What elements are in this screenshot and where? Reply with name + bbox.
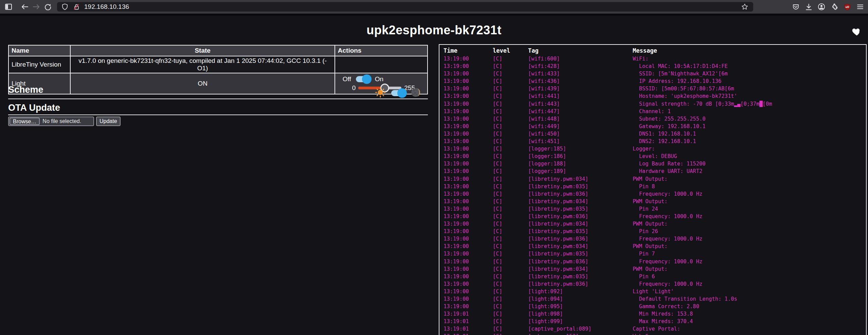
log-message: Web Server: [633,333,866,335]
log-time: 13:19:00 [444,100,493,108]
log-time: 13:19:01 [444,333,493,335]
log-message: SSID: [5m'Nighthawk_AX12'[6m [633,70,866,77]
url-text[interactable]: 192.168.10.136 [84,3,129,11]
log-row: 13:19:00[C][wifi:447] Channel: 1 [439,108,866,115]
pocket-icon[interactable] [790,2,801,12]
log-row: 13:19:01[C][captive_portal:089]Captive P… [439,325,866,333]
log-time: 13:19:00 [444,288,493,295]
log-level: [C] [493,55,528,63]
sidebar-icon[interactable] [3,2,14,12]
log-level: [C] [493,250,528,258]
toolbar-right-icons: uO [790,2,866,12]
log-time: 13:19:01 [444,318,493,325]
log-message: Local MAC: 10:5A:17:D1:D4:FE [633,63,866,70]
log-row: 13:19:00[C][light:092]Light 'Light' [439,288,866,295]
log-row: 13:19:00[C][libretiny.pwm:034]PWM Output… [439,198,866,205]
log-level: [C] [493,273,528,280]
log-row: 13:19:00[C][libretiny.pwm:036] Frequency… [439,190,866,198]
log-tag: [wifi:448] [528,115,633,123]
log-tag: [logger:189] [528,168,633,175]
log-row: 13:19:00[C][wifi:448] Subnet: 255.255.25… [439,115,866,123]
log-tag: [light:095] [528,303,633,310]
scheme-toggle[interactable] [391,90,405,96]
file-status-text: No file selected. [42,118,81,124]
browse-button[interactable]: Browse… [10,118,40,125]
col-header-state: State [70,45,334,56]
update-button[interactable]: Update [96,117,121,126]
log-time: 13:19:00 [444,295,493,303]
log-message: Pin 7 [633,250,866,258]
log-tag: [web_server:153] [528,333,633,335]
log-message: Default Transition Length: 1.0s [633,295,866,303]
browser-toolbar: 192.168.10.136 uO [0,0,868,16]
log-level: [C] [493,175,528,183]
log-row: 13:19:00[C][libretiny.pwm:035] Pin 8 [439,183,866,190]
log-level: [C] [493,198,528,205]
log-row: 13:19:00[C][wifi:428] Local MAC: 10:5A:1… [439,63,866,70]
log-time: 13:19:00 [444,108,493,115]
log-time: 13:19:00 [444,273,493,280]
log-panel[interactable]: Time level Tag Message 13:19:00[C][wifi:… [439,44,867,335]
log-time: 13:19:00 [444,115,493,123]
log-message: IP Address: 192.168.10.136 [633,77,866,85]
log-row: 13:19:01[C][light:098] Min Mireds: 153.8 [439,310,866,318]
log-message: Min Mireds: 153.8 [633,310,866,318]
log-message: Gateway: 192.168.10.1 [633,123,866,130]
log-tag: [libretiny.pwm:036] [528,280,633,288]
menu-icon[interactable] [854,2,866,12]
log-message: PWM Output: [633,198,866,205]
log-tag: [wifi:447] [528,108,633,115]
log-tag: [libretiny.pwm:035] [528,273,633,280]
log-tag: [wifi:433] [528,70,633,77]
log-tag: [libretiny.pwm:034] [528,198,633,205]
log-level: [C] [493,213,528,220]
back-icon[interactable] [19,2,31,12]
log-tag: [libretiny.pwm:036] [528,190,633,198]
log-message: Frequency: 1000.0 Hz [633,258,866,265]
log-row: 13:19:01[C][light:099] Max Mireds: 370.4 [439,318,866,325]
log-time: 13:19:00 [444,55,493,63]
account-icon[interactable] [816,2,827,12]
log-row: 13:19:00[C][wifi:441] Hostname: 'upk2esp… [439,92,866,100]
log-level: [C] [493,115,528,123]
scheme-heading: Scheme [8,85,43,95]
reload-icon[interactable] [42,2,54,12]
url-bar[interactable]: 192.168.10.136 [57,2,753,12]
log-tag: [captive_portal:089] [528,325,633,333]
log-tag: [wifi:443] [528,100,633,108]
log-level: [C] [493,100,528,108]
log-row: 13:19:00[C][libretiny.pwm:036] Frequency… [439,258,866,265]
log-tag: [libretiny.pwm:034] [528,220,633,228]
log-tag: [libretiny.pwm:036] [528,213,633,220]
esphome-page: upk2esphome-bk7231t Name State Actions L… [0,16,868,335]
log-row: 13:19:00[C][libretiny.pwm:034]PWM Output… [439,220,866,228]
forward-icon[interactable] [31,2,42,12]
insecure-lock-icon[interactable] [71,2,82,12]
log-level: [C] [493,123,528,130]
shield-permissions-icon[interactable] [59,2,71,12]
log-message: Captive Portal: [633,325,866,333]
log-row: 13:19:00[C][wifi:451] DNS2: 192.168.10.1 [439,138,866,145]
log-time: 13:19:00 [444,250,493,258]
log-time: 13:19:00 [444,198,493,205]
light-toggle[interactable] [356,76,370,82]
log-message: Pin 24 [633,205,866,213]
log-time: 13:19:00 [444,168,493,175]
log-level: [C] [493,318,528,325]
log-level: [C] [493,205,528,213]
log-tag: [wifi:451] [528,138,633,145]
ublock-icon[interactable]: uO [842,2,853,12]
ota-form: Browse… No file selected. Update [8,117,121,126]
moon-icon [411,88,420,99]
log-level: [C] [493,288,528,295]
log-tag: [libretiny.pwm:034] [528,265,633,273]
svg-text:uO: uO [846,5,849,8]
log-message: DNS1: 192.168.10.1 [633,130,866,138]
log-message: Logger: [633,145,866,153]
extensions-icon[interactable] [829,2,840,12]
bookmark-star-icon[interactable] [739,2,751,12]
file-input[interactable]: Browse… No file selected. [8,117,94,126]
log-time: 13:19:00 [444,175,493,183]
log-tag: [wifi:450] [528,130,633,138]
download-icon[interactable] [803,2,814,12]
